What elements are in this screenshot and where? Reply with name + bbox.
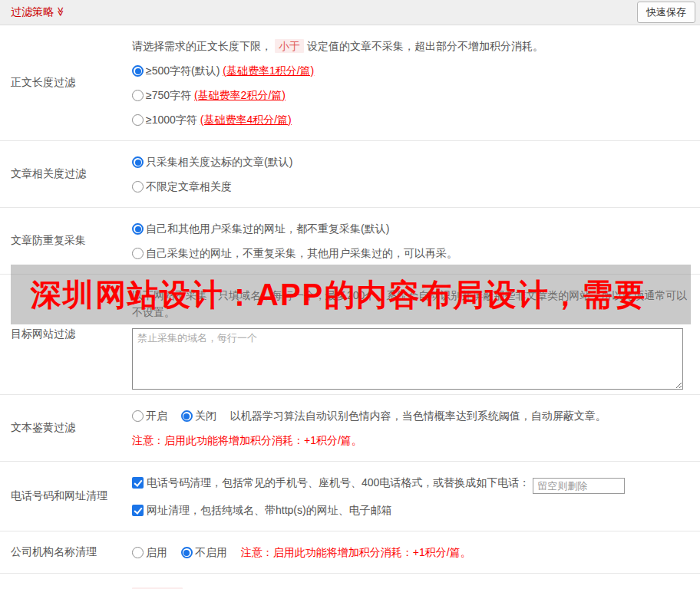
- dedup-option-all-users: 自己和其他用户采集过的网址，都不重复采集(默认): [132, 220, 694, 237]
- fee-note-1000: (基础费率4积分/篇): [200, 114, 292, 126]
- row-label-porn-filter: 文本鉴黄过滤: [0, 395, 132, 461]
- radio-500-chars[interactable]: [132, 65, 144, 77]
- blocked-domains-textarea[interactable]: [132, 328, 683, 390]
- topbar: 过滤策略≫ 快速保存: [0, 0, 700, 25]
- fee-note-750: (基础费率2积分/篇): [194, 89, 286, 101]
- less-than-chip: 小于: [275, 39, 304, 53]
- radio-company-clean-on[interactable]: [132, 547, 144, 558]
- porn-filter-cost-note: 注意：启用此功能将增加积分消耗：+1积分/篇。: [132, 432, 694, 449]
- row-target-site-filter: 目标网站过滤 以下网站不采集，只填域名，每行一个，最多200个。系统会自动识别并…: [0, 275, 700, 395]
- row-label-content-length: 正文长度过滤: [0, 25, 132, 140]
- radio-1000-chars[interactable]: [132, 114, 144, 126]
- radio-dedup-self-only[interactable]: [132, 248, 144, 259]
- row-keyword-dedup: 关键词防重复采集 私有词库中每个关键词最多允许采集篇文章。 如果留空或设为0，则…: [0, 574, 700, 589]
- row-company-clean: 公司机构名称清理 启用 不启用 注意：启用此功能将增加积分消耗：+1积分/篇。: [0, 531, 700, 574]
- row-label-keyword-dedup: 关键词防重复采集: [0, 574, 132, 589]
- porn-filter-options: 开启 关闭 以机器学习算法自动识别色情内容，当色情概率达到系统阈值，自动屏蔽文章…: [132, 407, 694, 424]
- row-label-company-clean: 公司机构名称清理: [0, 531, 132, 573]
- radio-porn-filter-on[interactable]: [132, 410, 144, 422]
- porn-filter-description: 以机器学习算法自动识别色情内容，当色情概率达到系统阈值，自动屏蔽文章。: [230, 410, 606, 422]
- section-title-filter-strategy[interactable]: 过滤策略≫: [11, 5, 66, 19]
- fee-note-500: (基础费率1积分/篇): [223, 64, 314, 77]
- phone-clean-line: 电话号码清理，包括常见的手机号、座机号、400电话格式，或替换成如下电话：: [132, 474, 694, 494]
- chevron-down-icon: ≫: [55, 7, 66, 17]
- company-clean-cost-note: 注意：启用此功能将增加积分消耗：+1积分/篇。: [241, 546, 471, 558]
- row-label-phone-url-clean: 电话号码和网址清理: [0, 462, 132, 531]
- section-title-label: 过滤策略: [11, 5, 54, 18]
- row-porn-filter: 文本鉴黄过滤 开启 关闭 以机器学习算法自动识别色情内容，当色情概率达到系统阈值…: [0, 395, 700, 462]
- checkbox-url-clean[interactable]: [132, 505, 144, 516]
- filter-strategy-page: 过滤策略≫ 快速保存 正文长度过滤 请选择需求的正文长度下限，小于设定值的文章不…: [0, 0, 700, 589]
- radio-company-clean-off[interactable]: [181, 547, 193, 558]
- radio-relevance-strict[interactable]: [132, 156, 144, 168]
- radio-porn-filter-off[interactable]: [181, 410, 193, 422]
- content-length-option-500: ≥500字符(默认) (基础费率1积分/篇): [132, 62, 694, 79]
- url-clean-line: 网址清理，包括纯域名、带http(s)的网址、电子邮箱: [132, 502, 694, 518]
- row-phone-url-clean: 电话号码和网址清理 电话号码清理，包括常见的手机号、座机号、400电话格式，或替…: [0, 462, 700, 531]
- target-site-description: 以下网站不采集，只填域名，每行一个，最多200个。系统会自动识别并屏蔽那些非文章…: [132, 287, 694, 321]
- content-length-option-1000: ≥1000字符 (基础费率4积分/篇): [132, 111, 694, 128]
- dedup-option-self-only: 自己采集过的网址，不重复采集，其他用户采集过的，可以再采。: [132, 245, 694, 262]
- relevance-option-any: 不限定文章相关度: [132, 178, 694, 195]
- row-label-dedup: 文章防重复采集: [0, 208, 132, 274]
- quick-save-button[interactable]: 快速保存: [637, 2, 695, 23]
- row-label-relevance: 文章相关度过滤: [0, 141, 132, 207]
- row-dedup-collection: 文章防重复采集 自己和其他用户采集过的网址，都不重复采集(默认) 自己采集过的网…: [0, 208, 700, 275]
- company-clean-options: 启用 不启用 注意：启用此功能将增加积分消耗：+1积分/篇。: [132, 544, 694, 561]
- radio-750-chars[interactable]: [132, 90, 144, 101]
- row-relevance-filter: 文章相关度过滤 只采集相关度达标的文章(默认) 不限定文章相关度: [0, 141, 700, 208]
- radio-relevance-any[interactable]: [132, 181, 144, 192]
- row-label-target-site: 目标网站过滤: [0, 275, 132, 394]
- keyword-dedup-line1: 私有词库中每个关键词最多允许采集篇文章。: [132, 586, 694, 589]
- content-length-intro: 请选择需求的正文长度下限，小于设定值的文章不采集，超出部分不增加积分消耗。: [132, 38, 694, 54]
- relevance-option-strict: 只采集相关度达标的文章(默认): [132, 153, 694, 170]
- radio-dedup-all-users[interactable]: [132, 223, 144, 235]
- checkbox-phone-clean[interactable]: [132, 477, 144, 489]
- replacement-phone-input[interactable]: [533, 478, 625, 494]
- row-content-length-filter: 正文长度过滤 请选择需求的正文长度下限，小于设定值的文章不采集，超出部分不增加积…: [0, 25, 700, 141]
- content-length-option-750: ≥750字符 (基础费率2积分/篇): [132, 87, 694, 104]
